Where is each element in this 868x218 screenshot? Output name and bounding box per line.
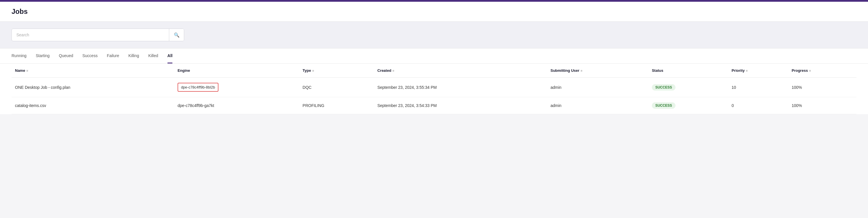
status-cell: SUCCESS (648, 97, 728, 114)
tabs-container: RunningStartingQueuedSuccessFailureKilli… (11, 49, 857, 63)
status-badge: SUCCESS (652, 84, 676, 90)
tab-all[interactable]: All (167, 49, 173, 63)
sort-icon-name: ≡ (26, 69, 28, 72)
col-header-priority[interactable]: Priority ≡ (728, 64, 788, 78)
search-bar: 🔍 (11, 29, 184, 41)
table-row[interactable]: catalog-items.csvdpe-c78c4ff9b-ga7ktPROF… (11, 97, 857, 114)
tab-killing[interactable]: Killing (128, 49, 139, 63)
engine-id[interactable]: dpe-c78c4ff9b-8bl2b (178, 83, 218, 92)
col-header-engine: Engine (174, 64, 299, 78)
table-row[interactable]: ONE Desktop Job - config.plandpe-c78c4ff… (11, 78, 857, 97)
sort-icon-submitting-user: ≡ (581, 69, 582, 72)
col-header-submitting-user[interactable]: Submitting User ≡ (547, 64, 648, 78)
table-header-row: Name ≡EngineType ≡Created ≡Submitting Us… (11, 64, 857, 78)
user-cell: admin (547, 78, 648, 97)
priority-cell: 0 (728, 97, 788, 114)
page-title: Jobs (11, 7, 857, 16)
tab-running[interactable]: Running (11, 49, 27, 63)
priority-cell: 10 (728, 78, 788, 97)
sort-icon-type: ≡ (312, 69, 314, 72)
tab-success[interactable]: Success (82, 49, 98, 63)
type-cell: DQC (299, 78, 374, 97)
name-cell: catalog-items.csv (11, 97, 174, 114)
created-cell: September 23, 2024, 3:54:33 PM (374, 97, 547, 114)
search-section: 🔍 (0, 22, 868, 49)
engine-cell[interactable]: dpe-c78c4ff9b-8bl2b (174, 78, 299, 97)
sort-icon-created: ≡ (393, 69, 394, 72)
progress-cell: 100% (788, 97, 857, 114)
engine-cell[interactable]: dpe-c78c4ff9b-ga7kt (174, 97, 299, 114)
col-header-type[interactable]: Type ≡ (299, 64, 374, 78)
col-header-progress[interactable]: Progress ≡ (788, 64, 857, 78)
sort-icon-progress: ≡ (809, 69, 811, 72)
tab-killed[interactable]: Killed (148, 49, 158, 63)
tab-starting[interactable]: Starting (36, 49, 50, 63)
col-header-created[interactable]: Created ≡ (374, 64, 547, 78)
page-header: Jobs (0, 2, 868, 22)
type-cell: PROFILING (299, 97, 374, 114)
status-badge: SUCCESS (652, 102, 676, 109)
col-header-status: Status (648, 64, 728, 78)
search-input[interactable] (12, 33, 169, 37)
jobs-table: Name ≡EngineType ≡Created ≡Submitting Us… (11, 64, 857, 114)
tab-failure[interactable]: Failure (107, 49, 119, 63)
progress-cell: 100% (788, 78, 857, 97)
tabs-section: RunningStartingQueuedSuccessFailureKilli… (0, 49, 868, 64)
col-header-name[interactable]: Name ≡ (11, 64, 174, 78)
search-button[interactable]: 🔍 (169, 29, 184, 41)
name-cell: ONE Desktop Job - config.plan (11, 78, 174, 97)
search-icon: 🔍 (174, 32, 180, 38)
created-cell: September 23, 2024, 3:55:34 PM (374, 78, 547, 97)
sort-icon-priority: ≡ (746, 69, 747, 72)
tab-queued[interactable]: Queued (59, 49, 73, 63)
main-content: Name ≡EngineType ≡Created ≡Submitting Us… (0, 64, 868, 114)
status-cell: SUCCESS (648, 78, 728, 97)
user-cell: admin (547, 97, 648, 114)
